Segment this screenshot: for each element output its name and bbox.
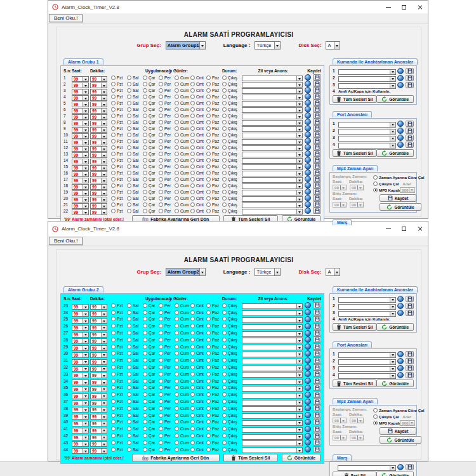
radio-sunday[interactable] (206, 392, 211, 397)
radio-sunday[interactable] (206, 310, 211, 315)
radio-monday[interactable] (111, 209, 116, 213)
radio-sunday[interactable] (206, 440, 211, 445)
save-row-button[interactable] (313, 195, 321, 201)
save-row-button[interactable] (313, 93, 321, 100)
radio-friday[interactable] (175, 196, 179, 201)
mars-save-button[interactable] (406, 464, 414, 470)
radio-monday[interactable] (111, 164, 116, 169)
radio-saturday[interactable] (190, 385, 195, 390)
radio-sunday[interactable] (206, 372, 211, 376)
play-sound-button[interactable] (397, 365, 404, 371)
play-sound-button[interactable] (305, 163, 311, 169)
radio-play-by-time[interactable] (373, 408, 378, 413)
radio-saturday[interactable] (190, 379, 195, 383)
radio-sunday[interactable] (206, 76, 211, 80)
radio-tuesday[interactable] (127, 126, 131, 131)
radio-sunday[interactable] (206, 324, 211, 328)
radio-sunday[interactable] (206, 202, 211, 207)
radio-cikis[interactable] (222, 385, 227, 390)
radio-saturday[interactable] (190, 426, 195, 431)
play-sound-button[interactable] (305, 364, 311, 371)
save-row-button[interactable] (313, 201, 321, 208)
radio-thursday[interactable] (159, 331, 163, 335)
close-button[interactable] (412, 1, 428, 13)
save-row-button[interactable] (313, 419, 321, 425)
radio-sunday[interactable] (206, 385, 211, 390)
save-row-button[interactable] (313, 412, 321, 418)
radio-wednesday[interactable] (143, 379, 147, 383)
radio-wednesday[interactable] (143, 152, 147, 156)
radio-saturday[interactable] (190, 317, 195, 321)
radio-tuesday[interactable] (127, 331, 131, 335)
radio-tuesday[interactable] (127, 358, 131, 362)
radio-cikis[interactable] (222, 440, 227, 445)
radio-sunday[interactable] (206, 152, 211, 156)
radio-sunday[interactable] (206, 358, 211, 362)
mars-view-button[interactable]: Görüntüle (376, 472, 414, 476)
radio-saturday[interactable] (190, 196, 195, 201)
radio-cikis[interactable] (222, 139, 227, 143)
radio-cikis[interactable] (222, 420, 227, 424)
save-row-button[interactable] (313, 112, 321, 119)
play-sound-button[interactable] (305, 201, 311, 208)
radio-sunday[interactable] (206, 95, 211, 99)
radio-thursday[interactable] (159, 164, 163, 169)
radio-saturday[interactable] (190, 139, 195, 143)
radio-tuesday[interactable] (127, 399, 131, 404)
radio-friday[interactable] (175, 358, 179, 362)
save-row-button[interactable] (313, 343, 321, 350)
radio-saturday[interactable] (190, 158, 195, 162)
radio-friday[interactable] (175, 152, 179, 156)
radio-sunday[interactable] (206, 183, 211, 188)
radio-cikis[interactable] (222, 399, 227, 404)
radio-tuesday[interactable] (127, 338, 131, 342)
radio-monday[interactable] (111, 426, 116, 431)
radio-cikis[interactable] (222, 183, 227, 188)
radio-wednesday[interactable] (143, 413, 147, 418)
radio-friday[interactable] (175, 338, 179, 342)
radio-sunday[interactable] (206, 158, 211, 162)
radio-cikis[interactable] (222, 133, 227, 137)
radio-cikis[interactable] (222, 171, 227, 175)
radio-sunday[interactable] (206, 82, 211, 86)
radio-cikis[interactable] (222, 107, 227, 112)
radio-thursday[interactable] (159, 158, 163, 162)
radio-saturday[interactable] (190, 133, 195, 137)
radio-monday[interactable] (111, 107, 116, 112)
save-row-button[interactable] (313, 405, 321, 411)
save-row-button[interactable] (313, 336, 321, 343)
save-row-button[interactable] (313, 188, 321, 195)
radio-mp3-off[interactable] (373, 188, 378, 192)
radio-saturday[interactable] (190, 365, 195, 369)
radio-thursday[interactable] (159, 190, 163, 194)
radio-friday[interactable] (175, 190, 179, 194)
radio-wednesday[interactable] (143, 133, 147, 137)
radio-monday[interactable] (111, 82, 116, 86)
radio-sunday[interactable] (206, 196, 211, 201)
radio-cikis[interactable] (222, 426, 227, 431)
radio-cikis[interactable] (222, 120, 227, 124)
radio-wednesday[interactable] (143, 196, 147, 201)
radio-wednesday[interactable] (143, 399, 147, 404)
radio-friday[interactable] (175, 379, 179, 383)
play-sound-button[interactable] (305, 157, 311, 163)
play-sound-button[interactable] (397, 303, 404, 309)
radio-cikis[interactable] (222, 392, 227, 397)
save-button[interactable] (406, 121, 414, 127)
save-row-button[interactable] (313, 182, 321, 188)
play-sound-button[interactable] (305, 176, 311, 182)
radio-cikis[interactable] (222, 88, 227, 93)
radio-saturday[interactable] (190, 331, 195, 335)
radio-sunday[interactable] (206, 101, 211, 105)
radio-sunday[interactable] (206, 107, 211, 112)
radio-tuesday[interactable] (127, 164, 131, 169)
radio-sunday[interactable] (206, 351, 211, 355)
radio-cikis[interactable] (222, 406, 227, 411)
radio-sunday[interactable] (206, 338, 211, 342)
radio-saturday[interactable] (190, 324, 195, 328)
play-sound-button[interactable] (305, 399, 311, 405)
radio-wednesday[interactable] (143, 139, 147, 143)
save-row-button[interactable] (313, 138, 321, 144)
radio-mp3-off[interactable] (373, 421, 378, 425)
radio-thursday[interactable] (159, 202, 163, 207)
